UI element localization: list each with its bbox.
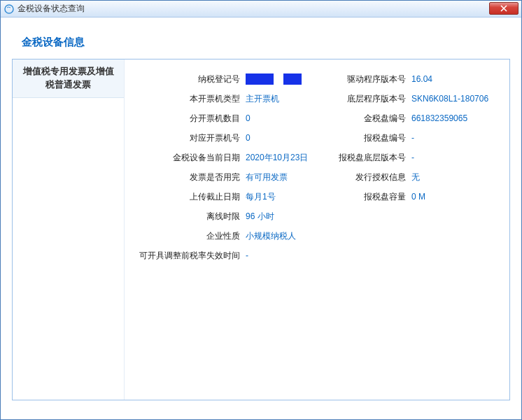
field-row: 金税设备当前日期 2020年10月23日 xyxy=(137,148,313,167)
field-value: 0 xyxy=(246,133,313,143)
field-label: 对应开票机号 xyxy=(137,132,246,144)
window-title: 金税设备状态查询 xyxy=(17,3,519,15)
sidebar-tab-line2: 税普通发票 xyxy=(17,78,120,92)
section-title: 金税设备信息 xyxy=(12,26,510,59)
field-value: 无 xyxy=(411,172,497,183)
field-value: SKN6K08L1-180706 xyxy=(411,94,497,104)
field-row: 驱动程序版本号 16.04 xyxy=(320,69,497,89)
redacted-block xyxy=(246,74,274,85)
field-label: 发票是否用完 xyxy=(137,172,246,183)
field-row: 纳税登记号 xyxy=(137,69,313,89)
field-label: 离线时限 xyxy=(137,211,246,223)
field-row: 对应开票机号 0 xyxy=(137,128,313,148)
field-row: 企业性质 小规模纳税人 xyxy=(137,226,313,246)
app-icon xyxy=(3,4,15,15)
sidebar-tab-line1: 增值税专用发票及增值 xyxy=(17,65,120,78)
field-value: 2020年10月23日 xyxy=(246,152,313,164)
field-value: 小规模纳税人 xyxy=(246,230,313,242)
close-button[interactable] xyxy=(489,2,519,15)
field-value: 主开票机 xyxy=(246,93,313,105)
field-label: 驱动程序版本号 xyxy=(320,74,411,85)
field-label: 发行授权信息 xyxy=(320,172,411,183)
field-label: 底层程序版本号 xyxy=(320,93,411,105)
field-value: 0 M xyxy=(411,192,497,202)
content-area: 金税设备信息 增值税专用发票及增值 税普通发票 纳税登记号 xyxy=(1,18,521,419)
field-value xyxy=(246,74,313,85)
field-label: 上传截止日期 xyxy=(137,191,246,203)
field-row: 分开票机数目 0 xyxy=(137,108,313,128)
app-window: 金税设备状态查询 金税设备信息 增值税专用发票及增值 税普通发票 纳税登记号 xyxy=(0,0,522,420)
field-row: 发行授权信息 无 xyxy=(320,167,497,187)
field-row: 离线时限 96 小时 xyxy=(137,206,313,226)
redacted-block xyxy=(283,74,302,85)
svg-point-0 xyxy=(5,5,13,13)
field-row: 底层程序版本号 SKN6K08L1-180706 xyxy=(320,89,497,108)
right-column: 驱动程序版本号 16.04 底层程序版本号 SKN6K08L1-180706 金… xyxy=(320,69,497,265)
sidebar: 增值税专用发票及增值 税普通发票 xyxy=(13,59,125,400)
field-label: 报税盘容量 xyxy=(320,191,411,203)
sidebar-tab-vat[interactable]: 增值税专用发票及增值 税普通发票 xyxy=(13,59,124,98)
left-column: 纳税登记号 本开票机类型 主开票机 分开票机数目 0 xyxy=(137,69,313,265)
field-value: 96 小时 xyxy=(246,211,313,223)
titlebar[interactable]: 金税设备状态查询 xyxy=(1,1,521,18)
field-label: 报税盘编号 xyxy=(320,132,411,144)
field-row: 金税盘编号 661832359065 xyxy=(320,108,497,128)
field-value: 有可用发票 xyxy=(246,172,313,183)
field-row: 发票是否用完 有可用发票 xyxy=(137,167,313,187)
field-value: - xyxy=(411,153,497,162)
field-label: 本开票机类型 xyxy=(137,93,246,105)
field-row: 报税盘底层版本号 - xyxy=(320,148,497,167)
field-row: 报税盘编号 - xyxy=(320,128,497,148)
field-label: 分开票机数目 xyxy=(137,113,246,125)
field-label: 企业性质 xyxy=(137,230,246,242)
field-value: 每月1号 xyxy=(246,191,313,203)
field-label: 金税盘编号 xyxy=(320,113,411,125)
main-content: 纳税登记号 本开票机类型 主开票机 分开票机数目 0 xyxy=(125,59,509,400)
field-row: 上传截止日期 每月1号 xyxy=(137,187,313,206)
info-panel: 增值税专用发票及增值 税普通发票 纳税登记号 本开票机类型 xyxy=(12,59,510,400)
field-row: 报税盘容量 0 M xyxy=(320,187,497,206)
field-value: - xyxy=(411,133,497,143)
field-label: 可开具调整前税率失效时间 xyxy=(137,250,246,262)
field-label: 纳税登记号 xyxy=(137,74,246,85)
field-row: 本开票机类型 主开票机 xyxy=(137,89,313,108)
field-label: 报税盘底层版本号 xyxy=(320,152,411,164)
field-row: 可开具调整前税率失效时间 - xyxy=(137,246,313,265)
field-value: 16.04 xyxy=(411,74,497,84)
field-value: 661832359065 xyxy=(411,113,497,123)
field-label: 金税设备当前日期 xyxy=(137,152,246,164)
field-value: - xyxy=(246,251,313,260)
field-value: 0 xyxy=(246,113,313,123)
